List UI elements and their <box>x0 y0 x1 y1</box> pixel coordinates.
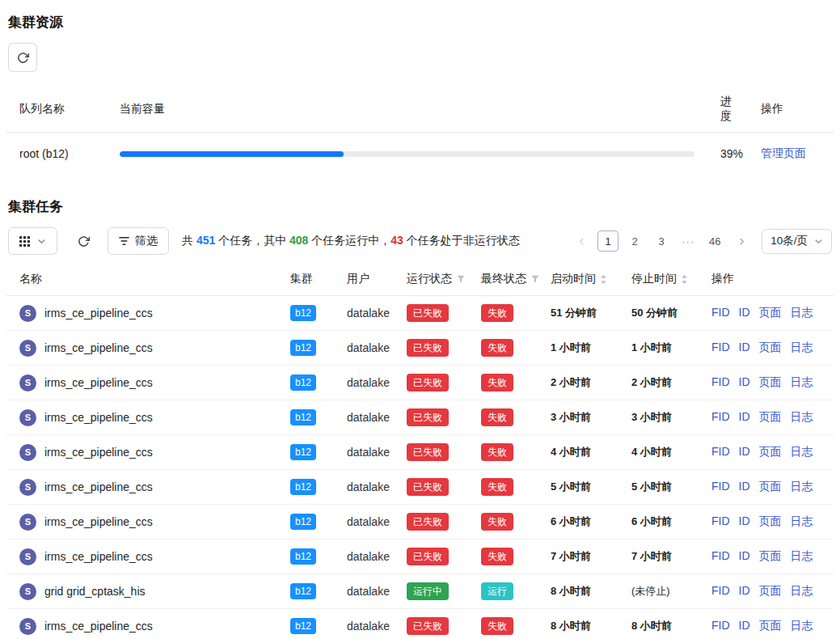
page-link[interactable]: 页面 <box>759 514 782 529</box>
page-link[interactable]: 页面 <box>759 619 782 633</box>
task-table-header: 名称 集群 用户 运行状态 最终状态 启动时间 停止时间 操作 <box>6 263 834 296</box>
fid-link[interactable]: FID <box>711 480 730 494</box>
next-page-button[interactable] <box>731 231 752 252</box>
row-actions: FIDID页面日志 <box>699 541 834 572</box>
fid-link[interactable]: FID <box>711 619 730 633</box>
log-link[interactable]: 日志 <box>791 306 813 320</box>
user-name: datalake <box>334 438 394 467</box>
resources-refresh-button[interactable] <box>8 43 37 72</box>
cluster-badge: b12 <box>290 583 316 599</box>
log-link[interactable]: 日志 <box>791 341 813 355</box>
table-row: S irms_ce_pipeline_ccs b12 datalake 已失败 … <box>6 540 834 574</box>
task-name: irms_ce_pipeline_ccs <box>44 515 153 528</box>
stop-time: (未停止) <box>618 576 699 607</box>
view-settings-button[interactable] <box>8 227 57 255</box>
id-link[interactable]: ID <box>739 341 750 355</box>
chevron-down-icon <box>37 237 46 246</box>
id-link[interactable]: ID <box>739 445 750 459</box>
final-status-badge: 失败 <box>481 513 513 531</box>
fid-link[interactable]: FID <box>711 341 730 355</box>
table-row: S irms_ce_pipeline_ccs b12 datalake 已失败 … <box>6 505 834 540</box>
page-button-last[interactable]: 46 <box>704 231 725 252</box>
tasks-refresh-button[interactable] <box>72 227 95 255</box>
grid-view-icon <box>19 236 30 247</box>
page-ellipsis[interactable]: ··· <box>677 231 699 252</box>
avatar: S <box>19 409 36 426</box>
id-link[interactable]: ID <box>739 375 750 390</box>
capacity-progress-fill <box>120 151 344 157</box>
task-name: irms_ce_pipeline_ccs <box>44 480 153 493</box>
id-link[interactable]: ID <box>739 619 750 633</box>
filter-funnel-icon[interactable] <box>457 275 465 283</box>
final-status-badge: 失败 <box>481 617 513 635</box>
id-link[interactable]: ID <box>739 549 750 564</box>
sorter-icon[interactable] <box>681 274 688 285</box>
avatar: S <box>19 340 36 357</box>
page-link[interactable]: 页面 <box>759 341 782 355</box>
table-row: S irms_ce_pipeline_ccs b12 datalake 已失败 … <box>6 470 834 505</box>
page-link[interactable]: 页面 <box>759 306 782 320</box>
log-link[interactable]: 日志 <box>791 480 813 494</box>
start-time: 2 小时前 <box>538 367 618 398</box>
page-link[interactable]: 页面 <box>759 375 782 390</box>
task-summary: 共 451 个任务，其中 408 个任务运行中，43 个任务处于非运行状态 <box>182 234 520 248</box>
page-link[interactable]: 页面 <box>759 549 782 564</box>
id-link[interactable]: ID <box>739 514 750 529</box>
stop-time: 4 小时前 <box>618 437 699 468</box>
chevron-left-icon <box>577 237 586 246</box>
log-link[interactable]: 日志 <box>791 584 813 599</box>
page-link[interactable]: 页面 <box>759 584 782 599</box>
run-status-badge: 运行中 <box>407 582 449 600</box>
page-button-2[interactable]: 2 <box>624 231 645 252</box>
table-row: S irms_ce_pipeline_ccs b12 datalake 已失败 … <box>6 400 834 435</box>
avatar: S <box>19 479 36 496</box>
filter-button[interactable]: 筛选 <box>108 227 169 255</box>
user-name: datalake <box>334 542 394 571</box>
col-name: 名称 <box>6 263 277 295</box>
manage-page-link[interactable]: 管理页面 <box>761 146 806 159</box>
page-link[interactable]: 页面 <box>759 445 782 459</box>
log-link[interactable]: 日志 <box>791 445 813 459</box>
fid-link[interactable]: FID <box>711 584 730 599</box>
fid-link[interactable]: FID <box>711 410 730 425</box>
user-name: datalake <box>334 368 394 397</box>
page-size-select[interactable]: 10条/页 <box>762 229 832 254</box>
log-link[interactable]: 日志 <box>791 549 813 564</box>
page-button-3[interactable]: 3 <box>651 231 672 252</box>
fid-link[interactable]: FID <box>711 375 730 390</box>
id-link[interactable]: ID <box>739 480 750 494</box>
fid-link[interactable]: FID <box>711 514 730 529</box>
log-link[interactable]: 日志 <box>791 619 813 633</box>
log-link[interactable]: 日志 <box>791 514 813 529</box>
task-name: grid grid_cptask_his <box>44 585 146 598</box>
cluster-resources-section: 集群资源 队列名称 当前容量 进度 操作 root (b12) 39% 管理页面 <box>6 11 834 175</box>
run-status-badge: 已失败 <box>407 408 449 426</box>
stop-time: 2 小时前 <box>618 367 699 398</box>
page-button-1[interactable]: 1 <box>597 231 618 252</box>
task-table-body: S irms_ce_pipeline_ccs b12 datalake 已失败 … <box>6 296 834 639</box>
fid-link[interactable]: FID <box>711 445 730 459</box>
fid-link[interactable]: FID <box>711 549 730 564</box>
avatar: S <box>19 548 36 565</box>
stop-time: 3 小时前 <box>618 402 699 433</box>
page-link[interactable]: 页面 <box>759 480 782 494</box>
log-link[interactable]: 日志 <box>791 410 813 425</box>
sorter-icon[interactable] <box>600 274 607 285</box>
stop-time: 1 小时前 <box>618 332 699 363</box>
start-time: 5 小时前 <box>538 472 618 502</box>
run-status-badge: 已失败 <box>407 374 449 391</box>
id-link[interactable]: ID <box>739 410 750 425</box>
log-link[interactable]: 日志 <box>791 375 813 390</box>
tasks-toolbar: 筛选 共 451 个任务，其中 408 个任务运行中，43 个任务处于非运行状态… <box>8 227 832 255</box>
run-status-badge: 已失败 <box>407 339 449 357</box>
id-link[interactable]: ID <box>739 584 750 599</box>
queue-name: root (b12) <box>6 133 107 174</box>
fid-link[interactable]: FID <box>711 306 730 320</box>
refresh-icon <box>78 235 90 248</box>
user-name: datalake <box>334 507 394 536</box>
row-actions: FIDID页面日志 <box>699 472 834 502</box>
id-link[interactable]: ID <box>739 306 750 320</box>
task-name: irms_ce_pipeline_ccs <box>44 376 153 389</box>
page-link[interactable]: 页面 <box>759 410 782 425</box>
prev-page-button[interactable] <box>571 231 592 252</box>
